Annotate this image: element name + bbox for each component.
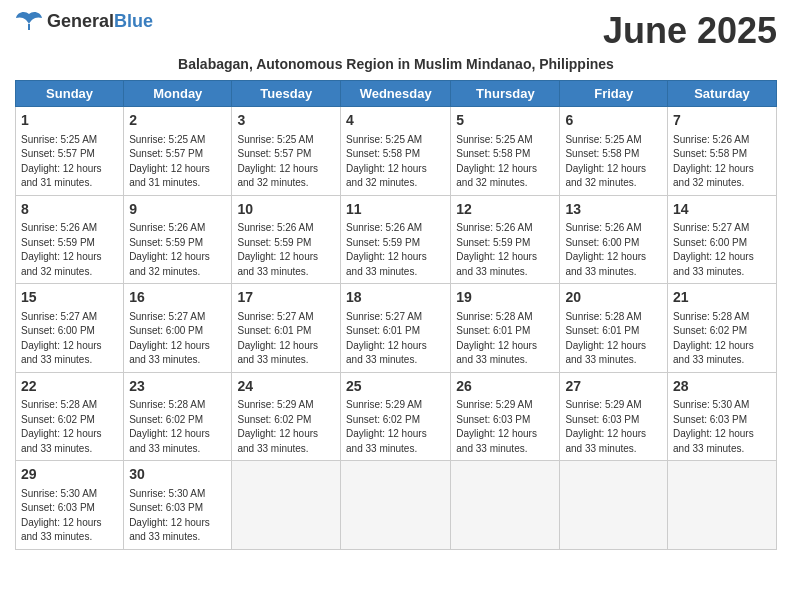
- weekday-header-monday: Monday: [124, 81, 232, 107]
- day-info: Sunrise: 5:25 AMSunset: 5:57 PMDaylight:…: [237, 133, 335, 191]
- weekday-header-row: SundayMondayTuesdayWednesdayThursdayFrid…: [16, 81, 777, 107]
- logo-icon: [15, 10, 43, 32]
- day-info: Sunrise: 5:28 AMSunset: 6:01 PMDaylight:…: [565, 310, 662, 368]
- calendar-cell: 5Sunrise: 5:25 AMSunset: 5:58 PMDaylight…: [451, 107, 560, 196]
- calendar-cell: 21Sunrise: 5:28 AMSunset: 6:02 PMDayligh…: [668, 284, 777, 373]
- calendar-cell: 17Sunrise: 5:27 AMSunset: 6:01 PMDayligh…: [232, 284, 341, 373]
- calendar-cell: 2Sunrise: 5:25 AMSunset: 5:57 PMDaylight…: [124, 107, 232, 196]
- day-info: Sunrise: 5:25 AMSunset: 5:58 PMDaylight:…: [346, 133, 445, 191]
- day-number: 4: [346, 111, 445, 131]
- day-number: 5: [456, 111, 554, 131]
- calendar-cell: 27Sunrise: 5:29 AMSunset: 6:03 PMDayligh…: [560, 372, 668, 461]
- calendar-cell: 26Sunrise: 5:29 AMSunset: 6:03 PMDayligh…: [451, 372, 560, 461]
- day-number: 18: [346, 288, 445, 308]
- day-number: 25: [346, 377, 445, 397]
- day-info: Sunrise: 5:27 AMSunset: 6:00 PMDaylight:…: [673, 221, 771, 279]
- day-number: 11: [346, 200, 445, 220]
- calendar-week-1: 1Sunrise: 5:25 AMSunset: 5:57 PMDaylight…: [16, 107, 777, 196]
- day-info: Sunrise: 5:28 AMSunset: 6:02 PMDaylight:…: [21, 398, 118, 456]
- day-number: 2: [129, 111, 226, 131]
- calendar-cell: [560, 461, 668, 550]
- day-number: 13: [565, 200, 662, 220]
- day-number: 26: [456, 377, 554, 397]
- calendar-cell: 20Sunrise: 5:28 AMSunset: 6:01 PMDayligh…: [560, 284, 668, 373]
- calendar-cell: 13Sunrise: 5:26 AMSunset: 6:00 PMDayligh…: [560, 195, 668, 284]
- day-info: Sunrise: 5:29 AMSunset: 6:02 PMDaylight:…: [346, 398, 445, 456]
- day-number: 1: [21, 111, 118, 131]
- day-info: Sunrise: 5:29 AMSunset: 6:02 PMDaylight:…: [237, 398, 335, 456]
- day-number: 19: [456, 288, 554, 308]
- logo-blue: Blue: [114, 11, 153, 31]
- calendar-cell: [232, 461, 341, 550]
- calendar-cell: 6Sunrise: 5:25 AMSunset: 5:58 PMDaylight…: [560, 107, 668, 196]
- day-info: Sunrise: 5:26 AMSunset: 5:59 PMDaylight:…: [21, 221, 118, 279]
- day-number: 8: [21, 200, 118, 220]
- calendar-week-2: 8Sunrise: 5:26 AMSunset: 5:59 PMDaylight…: [16, 195, 777, 284]
- day-info: Sunrise: 5:26 AMSunset: 5:59 PMDaylight:…: [456, 221, 554, 279]
- subtitle: Balabagan, Autonomous Region in Muslim M…: [15, 56, 777, 72]
- calendar-cell: 28Sunrise: 5:30 AMSunset: 6:03 PMDayligh…: [668, 372, 777, 461]
- calendar-cell: 16Sunrise: 5:27 AMSunset: 6:00 PMDayligh…: [124, 284, 232, 373]
- day-info: Sunrise: 5:28 AMSunset: 6:01 PMDaylight:…: [456, 310, 554, 368]
- calendar-cell: 25Sunrise: 5:29 AMSunset: 6:02 PMDayligh…: [341, 372, 451, 461]
- calendar-cell: 11Sunrise: 5:26 AMSunset: 5:59 PMDayligh…: [341, 195, 451, 284]
- calendar-cell: 30Sunrise: 5:30 AMSunset: 6:03 PMDayligh…: [124, 461, 232, 550]
- day-number: 6: [565, 111, 662, 131]
- calendar-cell: [451, 461, 560, 550]
- weekday-header-friday: Friday: [560, 81, 668, 107]
- calendar-week-5: 29Sunrise: 5:30 AMSunset: 6:03 PMDayligh…: [16, 461, 777, 550]
- day-info: Sunrise: 5:26 AMSunset: 6:00 PMDaylight:…: [565, 221, 662, 279]
- day-info: Sunrise: 5:27 AMSunset: 6:01 PMDaylight:…: [346, 310, 445, 368]
- logo-general: General: [47, 11, 114, 31]
- day-number: 20: [565, 288, 662, 308]
- day-info: Sunrise: 5:29 AMSunset: 6:03 PMDaylight:…: [565, 398, 662, 456]
- day-info: Sunrise: 5:28 AMSunset: 6:02 PMDaylight:…: [673, 310, 771, 368]
- day-number: 14: [673, 200, 771, 220]
- day-info: Sunrise: 5:30 AMSunset: 6:03 PMDaylight:…: [21, 487, 118, 545]
- day-number: 16: [129, 288, 226, 308]
- day-number: 30: [129, 465, 226, 485]
- calendar-cell: 19Sunrise: 5:28 AMSunset: 6:01 PMDayligh…: [451, 284, 560, 373]
- calendar-cell: 3Sunrise: 5:25 AMSunset: 5:57 PMDaylight…: [232, 107, 341, 196]
- day-number: 3: [237, 111, 335, 131]
- day-number: 23: [129, 377, 226, 397]
- day-info: Sunrise: 5:26 AMSunset: 5:58 PMDaylight:…: [673, 133, 771, 191]
- day-info: Sunrise: 5:28 AMSunset: 6:02 PMDaylight:…: [129, 398, 226, 456]
- calendar-cell: 14Sunrise: 5:27 AMSunset: 6:00 PMDayligh…: [668, 195, 777, 284]
- day-number: 7: [673, 111, 771, 131]
- day-number: 10: [237, 200, 335, 220]
- day-info: Sunrise: 5:25 AMSunset: 5:58 PMDaylight:…: [565, 133, 662, 191]
- day-info: Sunrise: 5:30 AMSunset: 6:03 PMDaylight:…: [673, 398, 771, 456]
- calendar-cell: 4Sunrise: 5:25 AMSunset: 5:58 PMDaylight…: [341, 107, 451, 196]
- day-number: 15: [21, 288, 118, 308]
- calendar-week-3: 15Sunrise: 5:27 AMSunset: 6:00 PMDayligh…: [16, 284, 777, 373]
- day-number: 9: [129, 200, 226, 220]
- weekday-header-wednesday: Wednesday: [341, 81, 451, 107]
- calendar-cell: [341, 461, 451, 550]
- day-number: 12: [456, 200, 554, 220]
- calendar-cell: 29Sunrise: 5:30 AMSunset: 6:03 PMDayligh…: [16, 461, 124, 550]
- calendar-cell: 22Sunrise: 5:28 AMSunset: 6:02 PMDayligh…: [16, 372, 124, 461]
- calendar-cell: 23Sunrise: 5:28 AMSunset: 6:02 PMDayligh…: [124, 372, 232, 461]
- day-info: Sunrise: 5:26 AMSunset: 5:59 PMDaylight:…: [346, 221, 445, 279]
- day-info: Sunrise: 5:26 AMSunset: 5:59 PMDaylight:…: [237, 221, 335, 279]
- day-number: 27: [565, 377, 662, 397]
- header: GeneralBlue June 2025: [15, 10, 777, 52]
- calendar-cell: [668, 461, 777, 550]
- calendar-cell: 12Sunrise: 5:26 AMSunset: 5:59 PMDayligh…: [451, 195, 560, 284]
- weekday-header-tuesday: Tuesday: [232, 81, 341, 107]
- day-number: 17: [237, 288, 335, 308]
- weekday-header-saturday: Saturday: [668, 81, 777, 107]
- day-number: 28: [673, 377, 771, 397]
- calendar-cell: 1Sunrise: 5:25 AMSunset: 5:57 PMDaylight…: [16, 107, 124, 196]
- day-info: Sunrise: 5:29 AMSunset: 6:03 PMDaylight:…: [456, 398, 554, 456]
- weekday-header-sunday: Sunday: [16, 81, 124, 107]
- day-number: 29: [21, 465, 118, 485]
- month-title: June 2025: [603, 10, 777, 52]
- day-number: 22: [21, 377, 118, 397]
- calendar-table: SundayMondayTuesdayWednesdayThursdayFrid…: [15, 80, 777, 550]
- calendar-cell: 18Sunrise: 5:27 AMSunset: 6:01 PMDayligh…: [341, 284, 451, 373]
- calendar-week-4: 22Sunrise: 5:28 AMSunset: 6:02 PMDayligh…: [16, 372, 777, 461]
- calendar-cell: 15Sunrise: 5:27 AMSunset: 6:00 PMDayligh…: [16, 284, 124, 373]
- day-number: 21: [673, 288, 771, 308]
